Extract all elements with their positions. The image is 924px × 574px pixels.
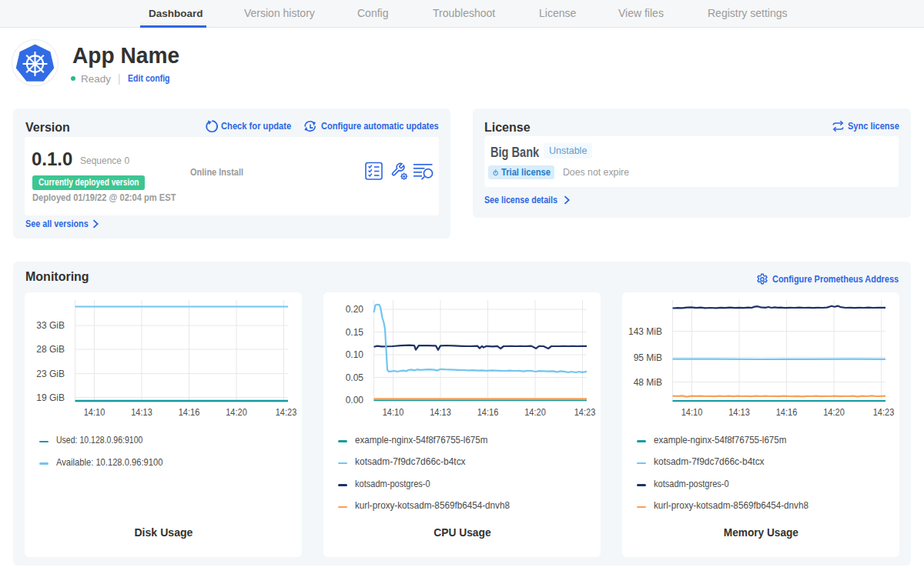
svg-text:14:10: 14:10: [84, 407, 105, 418]
svg-text:0.10: 0.10: [346, 349, 364, 360]
svg-text:0.05: 0.05: [346, 372, 364, 383]
svg-text:14:16: 14:16: [477, 407, 499, 418]
svg-text:14:23: 14:23: [574, 407, 596, 418]
svg-text:14:13: 14:13: [728, 407, 750, 418]
svg-text:14:16: 14:16: [179, 407, 200, 418]
svg-text:28 GiB: 28 GiB: [36, 344, 65, 355]
svg-text:14:13: 14:13: [131, 407, 152, 418]
svg-text:14:20: 14:20: [524, 407, 546, 418]
svg-text:33 GiB: 33 GiB: [36, 320, 65, 331]
svg-text:0.15: 0.15: [346, 327, 364, 338]
svg-text:48 MiB: 48 MiB: [634, 377, 662, 388]
svg-text:14:23: 14:23: [276, 407, 297, 418]
svg-text:14:20: 14:20: [823, 407, 845, 418]
svg-text:0.20: 0.20: [346, 304, 364, 315]
svg-text:95 MiB: 95 MiB: [634, 352, 662, 363]
svg-text:19 GiB: 19 GiB: [36, 392, 65, 403]
svg-text:23 GiB: 23 GiB: [36, 369, 65, 379]
svg-text:143 MiB: 143 MiB: [628, 326, 662, 337]
svg-text:0.00: 0.00: [346, 395, 364, 405]
svg-text:14:23: 14:23: [873, 407, 895, 418]
svg-text:14:20: 14:20: [226, 407, 247, 418]
svg-text:14:10: 14:10: [383, 407, 404, 418]
svg-text:14:13: 14:13: [430, 407, 451, 418]
svg-text:14:10: 14:10: [681, 407, 703, 418]
svg-text:14:16: 14:16: [776, 407, 798, 418]
